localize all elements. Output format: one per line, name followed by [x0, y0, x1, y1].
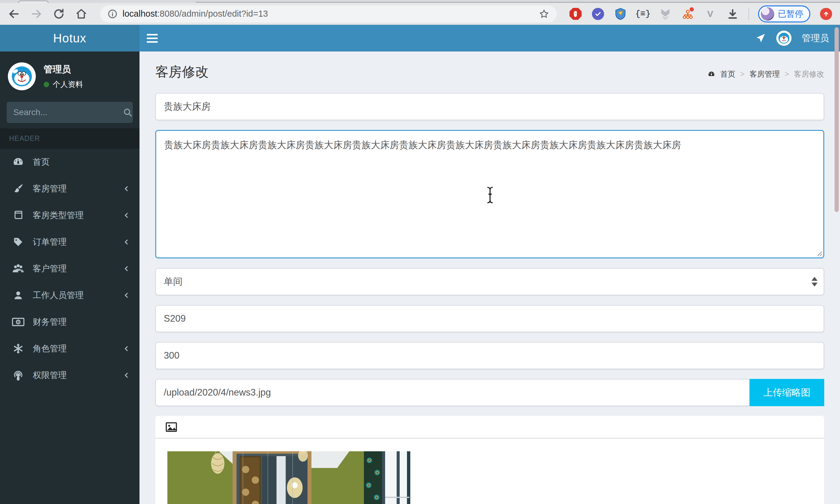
sidebar-item-label: 订单管理	[33, 236, 67, 248]
chevron-left-icon	[122, 265, 131, 273]
navbar-user-avatar[interactable]	[776, 31, 791, 46]
room-type-select[interactable]: 单间	[155, 268, 824, 295]
sidebar-item-label: 首页	[33, 156, 50, 168]
sidebar-user-name: 管理员	[44, 63, 83, 76]
home-button[interactable]	[74, 7, 88, 21]
page-title: 客房修改	[155, 63, 209, 81]
vue-devtools-icon[interactable]: V	[704, 7, 717, 21]
room-name-input[interactable]	[155, 93, 824, 120]
online-status-dot	[44, 82, 49, 87]
breadcrumb-separator: >	[740, 70, 745, 78]
brand-logo[interactable]: Hotux	[0, 25, 139, 52]
dashboard-icon	[12, 156, 25, 168]
chevron-left-icon	[122, 238, 131, 246]
forward-button[interactable]	[30, 7, 43, 21]
search-input[interactable]	[13, 108, 123, 117]
sidebar-item-label: 权限管理	[33, 370, 67, 381]
chevron-left-icon	[122, 291, 131, 299]
breadcrumb-home[interactable]: 首页	[720, 69, 735, 79]
browser-profile-chip[interactable]: 已暂停	[758, 5, 810, 22]
insert-image-icon[interactable]	[165, 421, 178, 433]
sidebar-section-label: HEADER	[0, 128, 139, 149]
sidebar-item-room-types[interactable]: 客房类型管理	[0, 202, 139, 229]
breadcrumb-separator: >	[785, 70, 789, 78]
room-photo	[167, 451, 410, 504]
site-info-icon[interactable]	[107, 9, 118, 19]
sidebar-toggle-button[interactable]	[139, 25, 164, 52]
main-content: 客房修改 首页 > 客房管理 > 客房修改 贵族大床房贵族大床房贵族大床房贵族大…	[139, 52, 840, 504]
m-extension-icon[interactable]	[659, 7, 672, 21]
browser-toolbar: localhost:8080/admin/post/edit?id=13 {≡}…	[0, 3, 840, 25]
sidebar-item-customers[interactable]: 客户管理	[0, 255, 139, 282]
sidebar-search	[7, 102, 133, 123]
sidebar-item-permissions[interactable]: 权限管理	[0, 362, 139, 389]
browser-tab-strip	[0, 0, 840, 3]
sidebar-menu: 首页 客房管理 客房类型管理 订单管理	[0, 149, 139, 389]
sidebar-item-staff[interactable]: 工作人员管理	[0, 282, 139, 309]
sidebar-user-panel: 管理员 个人资料	[0, 52, 139, 100]
navbar-user-name[interactable]: 管理员	[802, 32, 829, 44]
sidebar-item-orders[interactable]: 订单管理	[0, 229, 139, 255]
user-icon	[12, 290, 25, 301]
sidebar-item-label: 工作人员管理	[33, 290, 84, 301]
upload-thumbnail-button[interactable]: 上传缩略图	[750, 379, 824, 406]
chevron-left-icon	[122, 211, 131, 219]
extension-badge	[690, 7, 694, 12]
sidebar-item-roles[interactable]: 角色管理	[0, 335, 139, 362]
tab-strip-divider	[195, 2, 840, 3]
sidebar-item-label: 客房管理	[33, 183, 67, 195]
profile-status-label: 已暂停	[778, 8, 803, 20]
checker-extension-icon[interactable]	[592, 7, 605, 21]
tag-icon	[12, 237, 25, 248]
sidebar-user-avatar[interactable]	[8, 62, 36, 90]
chevron-left-icon	[122, 371, 131, 379]
toolbar-separator	[749, 8, 749, 20]
sidebar-item-label: 财务管理	[33, 316, 67, 328]
room-price-input[interactable]	[155, 342, 824, 369]
brand-bar: Hotux	[0, 25, 139, 52]
downloads-icon[interactable]	[726, 7, 739, 21]
sidebar-item-home[interactable]: 首页	[0, 149, 139, 175]
url-text: localhost:8080/admin/post/edit?id=13	[122, 9, 268, 19]
book-icon	[12, 210, 25, 221]
thumbnail-path-input[interactable]	[155, 379, 750, 406]
room-description-wrap: 贵族大床房贵族大床房贵族大床房贵族大床房贵族大床房贵族大床房贵族大床房贵族大床房…	[155, 130, 824, 258]
room-description-textarea[interactable]: 贵族大床房贵族大床房贵族大床房贵族大床房贵族大床房贵族大床房贵族大床房贵族大床房…	[155, 130, 824, 258]
sidebar-item-finance[interactable]: 财务管理	[0, 309, 139, 335]
sidebar: 管理员 个人资料 HEADER 首页 客房管	[0, 52, 139, 504]
bookmark-star-icon[interactable]	[538, 8, 549, 19]
editor-body[interactable]	[155, 438, 824, 504]
back-button[interactable]	[7, 7, 21, 21]
reload-button[interactable]	[52, 7, 66, 21]
adblock-extension-icon[interactable]	[569, 7, 582, 21]
profile-avatar	[761, 7, 774, 21]
sidebar-item-rooms[interactable]: 客房管理	[0, 175, 139, 202]
search-icon[interactable]	[123, 108, 133, 117]
asterisk-icon	[12, 343, 25, 354]
breadcrumb-parent[interactable]: 客房管理	[749, 69, 779, 79]
room-number-input[interactable]	[155, 305, 824, 332]
sidebar-item-label: 客户管理	[33, 263, 67, 274]
rich-text-editor	[155, 416, 824, 504]
breadcrumb: 首页 > 客房管理 > 客房修改	[707, 69, 824, 81]
shield-extension-icon[interactable]	[614, 7, 627, 21]
profile-link[interactable]: 个人资料	[53, 79, 83, 89]
podcast-icon	[12, 370, 25, 381]
thumbnail-upload-row: 上传缩略图	[155, 379, 824, 406]
sidebar-item-label: 角色管理	[33, 343, 67, 354]
sidebar-item-label: 客房类型管理	[33, 210, 84, 221]
money-icon	[12, 317, 25, 327]
room-type-value: 单间	[164, 275, 183, 288]
address-bar[interactable]: localhost:8080/admin/post/edit?id=13	[100, 5, 557, 22]
location-arrow-icon[interactable]	[755, 33, 766, 43]
users-icon	[12, 263, 25, 274]
admin-app: Hotux 管理员 管理员 个人资料	[0, 25, 840, 504]
sitemap-extension-icon[interactable]	[681, 7, 695, 21]
json-extension-icon[interactable]: {≡}	[636, 7, 650, 21]
brush-icon	[12, 183, 25, 195]
dashboard-icon	[707, 70, 715, 78]
select-stepper-icon	[811, 269, 818, 295]
page-scrollbar[interactable]	[835, 27, 839, 212]
browser-tab[interactable]	[18, 1, 49, 3]
update-browser-icon[interactable]	[819, 7, 833, 21]
